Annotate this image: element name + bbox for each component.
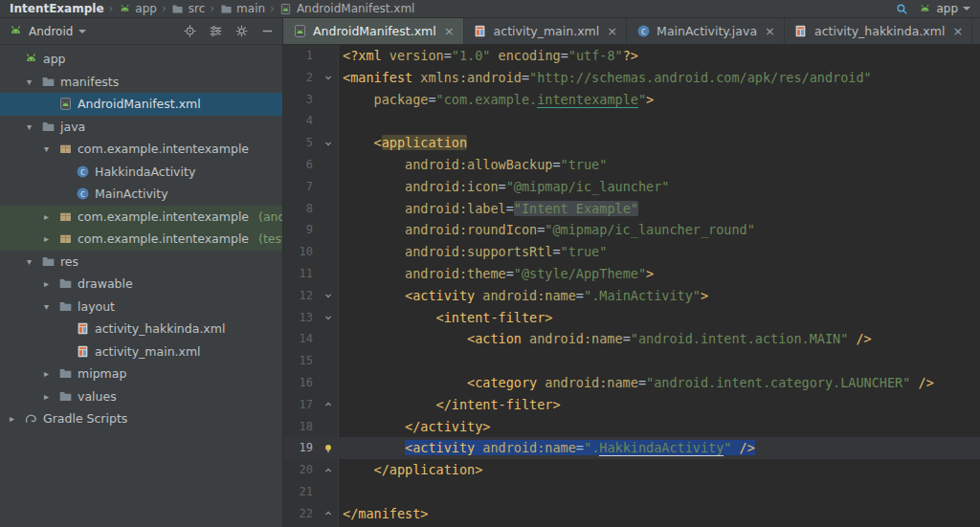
code-text[interactable] <box>339 350 343 372</box>
code-line-7[interactable]: 7 android:icon="@mipmap/ic_launcher" <box>283 176 980 198</box>
tree-item-res[interactable]: ▾res <box>0 251 282 274</box>
line-number[interactable]: 20 <box>283 459 318 481</box>
code-text[interactable]: <action android:name="android.intent.act… <box>339 328 872 350</box>
code-line-20[interactable]: 20 </application> <box>283 459 980 481</box>
code-text[interactable]: <application <box>339 132 467 154</box>
project-view-selector[interactable]: Android <box>8 24 86 39</box>
gear-icon[interactable] <box>234 24 249 39</box>
tree-item-activity-hakkinda-xml[interactable]: activity_hakkinda.xml <box>0 318 282 340</box>
code-line-13[interactable]: 13 <intent-filter> <box>283 307 980 329</box>
tree-collapsed-arrow-icon[interactable]: ▸ <box>40 368 53 379</box>
fold-open-icon[interactable] <box>318 67 339 89</box>
code-line-16[interactable]: 16 <category android:name="android.inten… <box>283 372 980 394</box>
tree-expanded-arrow-icon[interactable]: ▾ <box>23 77 35 87</box>
line-number[interactable]: 1 <box>283 45 318 67</box>
code-line-15[interactable]: 15 <box>283 350 980 372</box>
code-text[interactable]: android:icon="@mipmap/ic_launcher" <box>339 176 669 198</box>
fold-open-icon[interactable] <box>318 307 339 329</box>
tree-item-mipmap[interactable]: ▸mipmap <box>0 362 282 385</box>
code-line-9[interactable]: 9 android:roundIcon="@mipmap/ic_launcher… <box>283 219 980 241</box>
tree-item-com-example-intentexample-test[interactable]: ▸com.example.intentexample(test) <box>0 228 282 251</box>
breadcrumb-item-app[interactable]: app <box>116 2 159 15</box>
tree-collapsed-arrow-icon[interactable]: ▸ <box>40 278 53 289</box>
code-line-4[interactable]: 4 <box>283 110 980 132</box>
code-text[interactable]: <intent-filter> <box>339 307 552 329</box>
close-tab-icon[interactable]: × <box>765 24 775 38</box>
breadcrumb-item-main[interactable]: main <box>217 2 267 15</box>
tree-item-manifests[interactable]: ▾manifests <box>0 71 282 94</box>
code-text[interactable]: package="com.example.intentexample"> <box>339 89 654 111</box>
line-number[interactable]: 12 <box>283 285 318 307</box>
code-line-3[interactable]: 3 package="com.example.intentexample"> <box>283 89 980 111</box>
line-number[interactable]: 6 <box>283 154 318 176</box>
code-line-2[interactable]: 2<manifest xmlns:android="http://schemas… <box>283 67 980 89</box>
line-number[interactable]: 22 <box>283 503 318 525</box>
tab-activity-hakkinda-xml[interactable]: activity_hakkinda.xml× <box>785 18 972 44</box>
code-text[interactable]: </intent-filter> <box>339 394 561 416</box>
breadcrumb-item-src[interactable]: src <box>169 2 208 15</box>
tree-item-androidmanifest-xml[interactable]: AndroidManifest.xml <box>0 93 282 116</box>
line-number[interactable]: 2 <box>283 67 318 89</box>
code-text[interactable]: </manifest> <box>339 503 428 525</box>
code-text[interactable]: </activity> <box>339 416 490 438</box>
breadcrumb-item-androidmanifest-xml[interactable]: AndroidManifest.xml <box>278 2 417 15</box>
editor-code[interactable]: 1<?xml version="1.0" encoding="utf-8"?>2… <box>283 45 980 527</box>
code-line-6[interactable]: 6 android:allowBackup="true" <box>283 154 980 176</box>
close-tab-icon[interactable]: × <box>607 24 617 38</box>
search-icon[interactable] <box>895 2 908 15</box>
code-line-5[interactable]: 5 <application <box>283 132 980 154</box>
tree-expanded-arrow-icon[interactable]: ▾ <box>40 143 53 154</box>
tab-mainactivity-java[interactable]: CMainActivity.java× <box>627 18 785 44</box>
line-number[interactable]: 3 <box>283 89 318 111</box>
code-text[interactable]: <category android:name="android.intent.c… <box>339 372 934 394</box>
run-configuration-selector[interactable]: app <box>918 2 970 15</box>
fold-end-icon[interactable] <box>318 459 339 481</box>
code-line-10[interactable]: 10 android:supportsRtl="true" <box>283 241 980 263</box>
tree-expanded-arrow-icon[interactable]: ▾ <box>23 121 35 132</box>
tree-item-activity-main-xml[interactable]: activity_main.xml <box>0 340 282 363</box>
line-number[interactable]: 7 <box>283 176 318 198</box>
close-tab-icon[interactable]: × <box>444 24 455 38</box>
code-text[interactable]: <activity android:name=".HakkindaActivit… <box>339 437 755 459</box>
breadcrumb-item-intentexample[interactable]: IntentExample <box>8 2 106 15</box>
line-number[interactable]: 15 <box>283 350 318 372</box>
tree-expanded-arrow-icon[interactable]: ▾ <box>40 301 53 312</box>
tree-item-drawable[interactable]: ▸drawable <box>0 273 282 296</box>
hide-panel-icon[interactable] <box>259 24 275 39</box>
line-number[interactable]: 10 <box>283 241 318 263</box>
code-text[interactable]: <activity android:name=".MainActivity"> <box>339 285 708 307</box>
code-line-22[interactable]: 22</manifest> <box>283 503 980 525</box>
tree-item-mainactivity[interactable]: CMainActivity <box>0 183 282 206</box>
tree-item-java[interactable]: ▾java <box>0 116 282 139</box>
code-text[interactable]: android:supportsRtl="true" <box>339 241 607 263</box>
intention-bulb-icon[interactable] <box>318 437 339 459</box>
code-line-18[interactable]: 18 </activity> <box>283 416 980 438</box>
tree-collapsed-arrow-icon[interactable]: ▸ <box>6 413 18 424</box>
line-number[interactable]: 14 <box>283 328 318 350</box>
line-number[interactable]: 9 <box>283 219 318 241</box>
line-number[interactable]: 4 <box>283 110 318 132</box>
code-text[interactable]: <manifest xmlns:android="http://schemas.… <box>339 67 872 89</box>
tree-item-app[interactable]: app <box>0 48 282 71</box>
locate-icon[interactable] <box>182 24 197 39</box>
tab-h[interactable]: CH <box>972 18 980 44</box>
tree-collapsed-arrow-icon[interactable]: ▸ <box>40 391 53 402</box>
code-line-21[interactable]: 21 <box>283 481 980 503</box>
line-number[interactable]: 13 <box>283 307 318 329</box>
line-number[interactable]: 19 <box>283 437 318 459</box>
tab-androidmanifest-xml[interactable]: AndroidManifest.xml× <box>283 18 464 44</box>
tree-expanded-arrow-icon[interactable]: ▾ <box>23 256 35 267</box>
close-tab-icon[interactable]: × <box>952 24 963 38</box>
code-text[interactable]: <?xml version="1.0" encoding="utf-8"?> <box>339 45 638 67</box>
tree-collapsed-arrow-icon[interactable]: ▸ <box>40 211 53 222</box>
line-number[interactable]: 16 <box>283 372 318 394</box>
code-text[interactable]: android:theme="@style/AppTheme"> <box>339 263 654 285</box>
code-text[interactable]: android:allowBackup="true" <box>339 154 607 176</box>
tree-item-layout[interactable]: ▾layout <box>0 296 282 318</box>
fold-end-icon[interactable] <box>318 503 339 525</box>
code-line-1[interactable]: 1<?xml version="1.0" encoding="utf-8"?> <box>283 45 980 67</box>
tab-activity-main-xml[interactable]: activity_main.xml× <box>464 18 627 44</box>
tree-item-gradle-scripts[interactable]: ▸Gradle Scripts <box>0 407 282 430</box>
line-number[interactable]: 8 <box>283 198 318 220</box>
code-line-17[interactable]: 17 </intent-filter> <box>283 394 980 416</box>
